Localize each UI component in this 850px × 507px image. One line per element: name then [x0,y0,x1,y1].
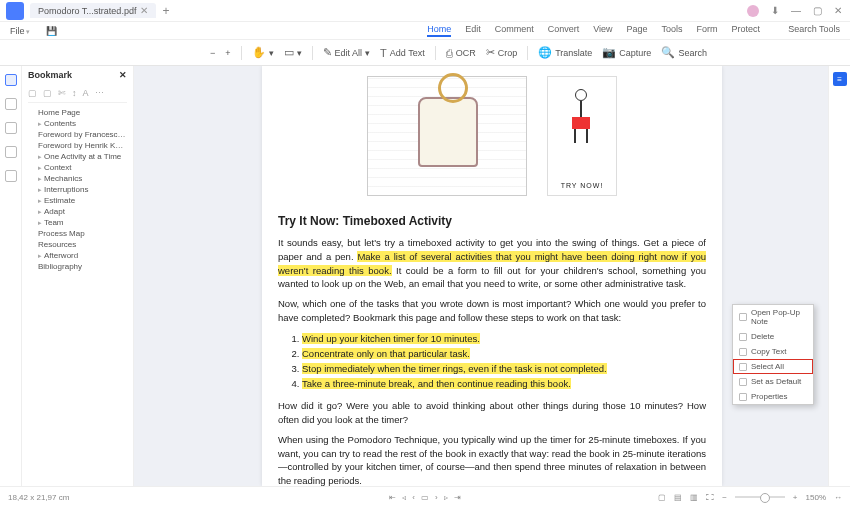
context-menu-item[interactable]: Copy Text [733,344,813,359]
highlight-step-4[interactable]: Take a three-minute break, and then cont… [302,378,571,389]
highlight-step-1[interactable]: Wind up your kitchen timer for 10 minute… [302,333,480,344]
nav-next-icon[interactable]: ▹ [444,493,448,502]
tab-convert[interactable]: Convert [548,24,580,37]
highlight-step-3[interactable]: Stop immediately when the timer rings, e… [302,363,607,374]
page-figure: TRY NOW! [278,66,706,206]
tab-comment[interactable]: Comment [495,24,534,37]
tab-protect[interactable]: Protect [732,24,761,37]
bookmark-item[interactable]: Estimate [28,195,127,206]
capture-button[interactable]: 📷Capture [602,46,651,59]
bookmark-item[interactable]: Interruptions [28,184,127,195]
attachments-rail-icon[interactable] [5,122,17,134]
zoom-slider[interactable] [735,496,785,498]
context-item-label: Properties [751,392,787,401]
save-icon[interactable]: 💾 [46,26,57,36]
user-avatar-icon[interactable] [747,5,759,17]
zoom-value[interactable]: 150% [806,493,826,502]
context-menu-item[interactable]: Delete [733,329,813,344]
tab-edit[interactable]: Edit [465,24,481,37]
bm-add-icon[interactable]: ▢ [28,88,37,98]
bookmark-item[interactable]: Adapt [28,206,127,217]
search-rail-icon[interactable] [5,170,17,182]
download-icon[interactable]: ⬇ [771,5,779,17]
zoom-out-button[interactable]: − [210,48,215,58]
context-item-icon [739,313,747,321]
zoom-in-status[interactable]: + [793,493,798,502]
document-tab[interactable]: Pomodoro T...strated.pdf ✕ [30,3,156,18]
bookmark-item[interactable]: Home Page [28,107,127,118]
maximize-button[interactable]: ▢ [813,5,822,17]
view-facing-icon[interactable]: ▥ [690,493,698,502]
file-menu[interactable]: File [10,26,30,36]
fit-width-icon[interactable]: ↔ [834,493,842,502]
ocr-button[interactable]: ⎙OCR [446,47,476,59]
new-tab-button[interactable]: + [162,4,169,18]
context-item-label: Copy Text [751,347,786,356]
translate-button[interactable]: 🌐Translate [538,46,592,59]
nav-prev-icon[interactable]: ◃ [402,493,406,502]
toolbar: − + ✋▾ ▭▾ ✎Edit All ▾ TAdd Text ⎙OCR ✂Cr… [0,40,850,66]
comments-rail-icon[interactable] [5,146,17,158]
document-viewport[interactable]: TRY NOW! Try It Now: Timeboxed Activity … [134,66,850,486]
context-menu-item[interactable]: Select All [733,359,813,374]
minimize-button[interactable]: — [791,5,801,17]
figure-timer-icon [418,97,478,167]
bookmark-item[interactable]: Team [28,217,127,228]
context-menu-item[interactable]: Set as Default [733,374,813,389]
bm-folder-icon[interactable]: ▢ [43,88,52,98]
bookmark-tools: ▢ ▢ ✄ ↕ A ⋯ [28,84,127,103]
bookmark-list: Home PageContentsForeword by Francesco C… [28,107,127,272]
right-rail-icon[interactable]: ≡ [833,72,847,86]
bookmark-close-icon[interactable]: ✕ [119,70,127,80]
bookmark-item[interactable]: Context [28,162,127,173]
thumbnails-rail-icon[interactable] [5,98,17,110]
nav-page-input[interactable]: ▭ [421,493,429,502]
bm-cut-icon[interactable]: ✄ [58,88,66,98]
bookmark-item[interactable]: One Activity at a Time [28,151,127,162]
select-tool[interactable]: ▭▾ [284,46,302,59]
context-item-icon [739,378,747,386]
bookmark-item[interactable]: Foreword by Francesco Cirillo [28,129,127,140]
crop-button[interactable]: ✂Crop [486,46,518,59]
bookmark-title: Bookmark [28,70,72,80]
tab-tools[interactable]: Tools [662,24,683,37]
context-menu-item[interactable]: Properties [733,389,813,404]
zoom-out-status[interactable]: − [722,493,727,502]
bookmark-item[interactable]: Afterword [28,250,127,261]
nav-down-icon[interactable]: › [435,493,438,502]
bookmark-item[interactable]: Foreword by Henrik Kniberg [28,140,127,151]
bookmark-item[interactable]: Contents [28,118,127,129]
tab-page[interactable]: Page [627,24,648,37]
tab-home[interactable]: Home [427,24,451,37]
bookmark-item[interactable]: Mechanics [28,173,127,184]
nav-last-icon[interactable]: ⇥ [454,493,461,502]
close-window-button[interactable]: ✕ [834,5,842,17]
tab-view[interactable]: View [593,24,612,37]
bm-delete-icon[interactable]: A [83,88,89,98]
view-single-icon[interactable]: ▢ [658,493,666,502]
zoom-in-button[interactable]: + [225,48,230,58]
nav-up-icon[interactable]: ‹ [412,493,415,502]
bm-more-icon[interactable]: ⋯ [95,88,104,98]
ribbon-tabs: Home Edit Comment Convert View Page Tool… [427,24,840,37]
bookmark-rail-icon[interactable] [5,74,17,86]
add-text-button[interactable]: TAdd Text [380,47,425,59]
context-menu: Open Pop-Up NoteDeleteCopy TextSelect Al… [732,304,814,405]
tab-close-icon[interactable]: ✕ [140,5,148,16]
context-item-icon [739,348,747,356]
bookmark-item[interactable]: Bibliography [28,261,127,272]
app-icon[interactable] [6,2,24,20]
tab-form[interactable]: Form [697,24,718,37]
bookmark-item[interactable]: Process Map [28,228,127,239]
fullscreen-icon[interactable]: ⛶ [706,493,714,502]
search-tools[interactable]: Search Tools [788,24,840,37]
bm-expand-icon[interactable]: ↕ [72,88,77,98]
context-menu-item[interactable]: Open Pop-Up Note [733,305,813,329]
hand-tool[interactable]: ✋▾ [252,46,274,59]
view-continuous-icon[interactable]: ▤ [674,493,682,502]
bookmark-item[interactable]: Resources [28,239,127,250]
highlight-step-2[interactable]: Concentrate only on that particular task… [302,348,470,359]
edit-all-button[interactable]: ✎Edit All ▾ [323,46,371,59]
nav-first-icon[interactable]: ⇤ [389,493,396,502]
search-button[interactable]: 🔍Search [661,46,707,59]
